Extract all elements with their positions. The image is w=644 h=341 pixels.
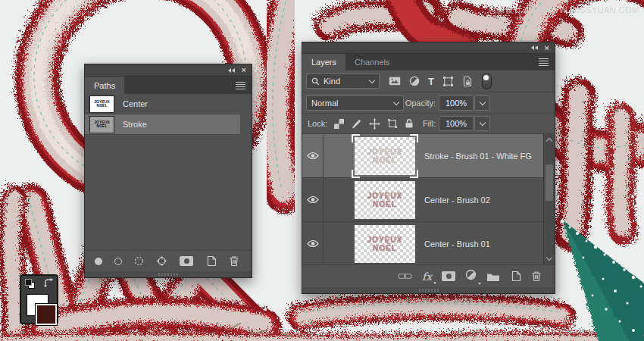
tab-paths[interactable]: Paths	[85, 77, 124, 94]
collapse-panel-icon[interactable]	[531, 45, 538, 50]
filter-toggle-switch[interactable]	[482, 74, 492, 89]
layer-row[interactable]: JOYEUX NOËL Stroke - Brush 01 - White FG	[302, 134, 543, 178]
blend-mode-row: Normal Opacity: 100%	[302, 92, 555, 114]
visibility-toggle[interactable]	[302, 222, 324, 264]
lock-label: Lock:	[308, 119, 327, 128]
filter-shape-layers-icon[interactable]	[442, 76, 454, 87]
opacity-dropdown-button[interactable]	[474, 95, 490, 111]
paths-footer-toolbar	[85, 250, 252, 271]
layer-row[interactable]: JOYEUX NOËL Center - Brush 02	[302, 178, 543, 222]
tab-layers[interactable]: Layers	[302, 54, 345, 70]
path-name: Center	[123, 99, 148, 108]
background-color-swatch[interactable]	[36, 304, 57, 325]
photoshop-workspace: 思缘设计论坛 WWW.MISSYUAN.COM × Paths JOYEUX N…	[0, 0, 644, 341]
panel-menu-icon[interactable]	[539, 58, 549, 66]
paths-list: JOYEUX NOËL Center JOYEUX NOËL Stroke	[85, 94, 252, 250]
lock-artboard-icon[interactable]	[387, 118, 398, 129]
delete-path-icon[interactable]	[229, 255, 239, 267]
paths-panel-header: ×	[85, 64, 252, 77]
new-layer-icon[interactable]	[510, 271, 521, 282]
scroll-down-icon[interactable]	[546, 255, 552, 261]
layers-panel: × Layers Channels Kind	[302, 42, 555, 294]
scroll-up-icon[interactable]	[546, 138, 552, 144]
layer-thumbnail[interactable]: JOYEUX NOËL	[355, 181, 415, 219]
filter-pixel-layers-icon[interactable]	[389, 77, 401, 86]
add-mask-icon[interactable]	[180, 256, 193, 266]
add-layer-mask-icon[interactable]	[442, 271, 455, 281]
stroke-path-icon[interactable]	[114, 258, 122, 265]
layer-row[interactable]: JOYEUX NOËL Center - Brush 01	[302, 222, 543, 264]
panel-resize-grip[interactable]	[302, 287, 555, 293]
layer-style-fx-icon[interactable]: fx	[422, 271, 432, 283]
visibility-toggle[interactable]	[302, 134, 324, 177]
path-thumbnail[interactable]: JOYEUX NOËL	[89, 116, 114, 133]
layer-name: Center - Brush 01	[424, 239, 490, 249]
layer-thumbnail[interactable]: JOYEUX NOËL	[355, 137, 415, 175]
panel-resize-grip[interactable]	[85, 271, 252, 277]
make-work-path-icon[interactable]	[156, 255, 167, 267]
path-row-center[interactable]: JOYEUX NOËL Center	[85, 94, 240, 114]
paths-panel: × Paths JOYEUX NOËL Center JOYEUX NOËL S…	[84, 64, 252, 278]
close-panel-icon[interactable]: ×	[545, 44, 549, 52]
fill-label: Fill:	[401, 119, 436, 128]
filter-kind-dropdown[interactable]: Kind	[306, 74, 380, 89]
layers-panel-header: ×	[302, 42, 555, 54]
delete-layer-icon[interactable]	[531, 271, 542, 282]
panel-menu-icon[interactable]	[236, 82, 245, 89]
opacity-value[interactable]: 100%	[439, 95, 474, 111]
layer-thumbnail[interactable]: JOYEUX NOËL	[355, 225, 415, 263]
chevron-down-icon	[369, 77, 375, 83]
tab-channels[interactable]: Channels	[345, 54, 399, 70]
watermark: 思缘设计论坛 WWW.MISSYUAN.COM	[488, 5, 639, 16]
fill-control: 100%	[439, 116, 490, 131]
scrollbar-thumb[interactable]	[546, 164, 553, 201]
layers-footer-toolbar: fx	[302, 264, 555, 287]
fill-value[interactable]: 100%	[439, 116, 474, 131]
fill-path-icon[interactable]	[95, 258, 102, 265]
eye-icon	[307, 239, 319, 248]
new-path-icon[interactable]	[205, 255, 217, 267]
paths-tabbar: Paths	[85, 77, 252, 94]
new-group-icon[interactable]	[486, 271, 500, 282]
filter-type-layers-icon[interactable]: T	[428, 77, 434, 86]
link-layers-icon[interactable]	[398, 272, 412, 280]
lock-pixels-icon[interactable]	[351, 118, 362, 130]
fill-dropdown-button[interactable]	[474, 116, 490, 131]
path-thumbnail[interactable]: JOYEUX NOËL	[89, 95, 114, 113]
color-swatch-widget	[20, 274, 58, 324]
lock-transparency-icon[interactable]	[334, 119, 344, 129]
eye-icon	[307, 196, 319, 204]
lock-row: Lock: Fill: 100%	[302, 114, 555, 134]
collapse-panel-icon[interactable]	[228, 68, 235, 73]
filter-smart-objects-icon[interactable]	[462, 76, 473, 87]
eye-icon	[307, 152, 319, 160]
opacity-control: 100%	[439, 95, 490, 111]
lock-position-icon[interactable]	[369, 118, 380, 130]
layer-list: JOYEUX NOËL Stroke - Brush 01 - White FG…	[302, 134, 555, 264]
layers-tabbar: Layers Channels	[302, 54, 555, 70]
layer-name: Center - Brush 02	[424, 196, 490, 205]
swap-colors-icon[interactable]	[43, 278, 54, 287]
search-icon	[311, 77, 320, 86]
path-row-stroke[interactable]: JOYEUX NOËL Stroke	[85, 114, 240, 135]
visibility-toggle[interactable]	[302, 178, 324, 221]
filter-adjustment-layers-icon[interactable]	[409, 76, 420, 86]
layer-name: Stroke - Brush 01 - White FG	[424, 152, 532, 161]
layer-filter-row: Kind T	[302, 70, 555, 92]
load-selection-icon[interactable]	[134, 256, 144, 266]
close-panel-icon[interactable]: ×	[242, 66, 246, 74]
adjustment-layer-icon[interactable]	[465, 269, 477, 283]
path-name: Stroke	[123, 120, 147, 129]
opacity-label: Opacity:	[386, 99, 436, 108]
default-colors-icon[interactable]	[25, 279, 35, 289]
layer-list-scrollbar[interactable]	[543, 134, 555, 264]
